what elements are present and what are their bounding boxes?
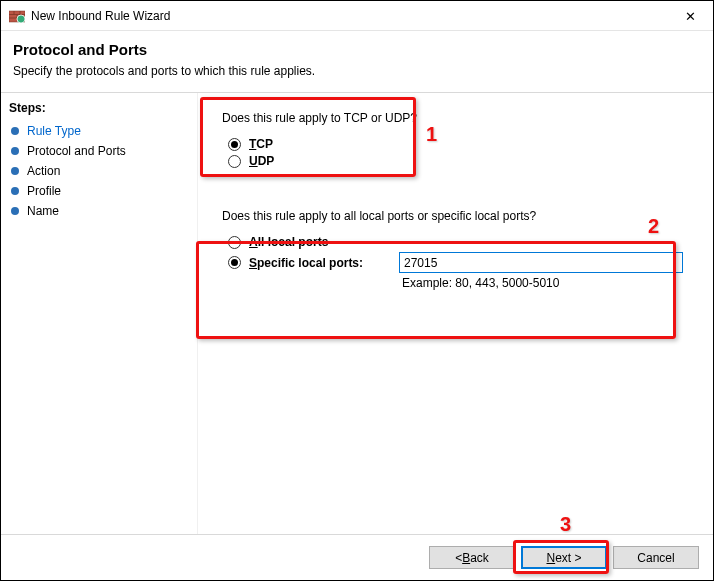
radio-label-tcp: TCP	[249, 137, 273, 151]
step-action[interactable]: Action	[9, 161, 189, 181]
step-label: Rule Type	[27, 124, 81, 138]
back-button[interactable]: < Back	[429, 546, 515, 569]
radio-label-all-ports: All local ports	[249, 235, 328, 249]
question-ports: Does this rule apply to all local ports …	[222, 209, 689, 223]
wizard-content: Does this rule apply to TCP or UDP? TCP …	[198, 93, 713, 534]
step-label: Protocol and Ports	[27, 144, 126, 158]
next-button[interactable]: Next >	[521, 546, 607, 569]
page-subtitle: Specify the protocols and ports to which…	[13, 64, 701, 78]
firewall-icon	[9, 8, 25, 24]
svg-point-6	[17, 15, 25, 23]
radio-tcp[interactable]: TCP	[228, 137, 689, 151]
wizard-window: New Inbound Rule Wizard ✕ Protocol and P…	[0, 0, 714, 581]
radio-icon	[228, 236, 241, 249]
port-example: Example: 80, 443, 5000-5010	[402, 276, 689, 290]
page-title: Protocol and Ports	[13, 41, 701, 58]
bullet-icon	[11, 167, 19, 175]
radio-all-ports[interactable]: All local ports	[228, 235, 689, 249]
radio-icon	[228, 155, 241, 168]
step-rule-type[interactable]: Rule Type	[9, 121, 189, 141]
bullet-icon	[11, 207, 19, 215]
step-label: Action	[27, 164, 60, 178]
wizard-body: Steps: Rule Type Protocol and Ports Acti…	[1, 93, 713, 534]
radio-specific-ports[interactable]	[228, 256, 241, 269]
window-title: New Inbound Rule Wizard	[31, 9, 170, 23]
step-name[interactable]: Name	[9, 201, 189, 221]
question-protocol: Does this rule apply to TCP or UDP?	[222, 111, 689, 125]
close-icon: ✕	[685, 9, 696, 24]
wizard-header: Protocol and Ports Specify the protocols…	[1, 31, 713, 93]
wizard-footer: < Back Next > Cancel 3	[1, 534, 713, 580]
bullet-icon	[11, 187, 19, 195]
step-profile[interactable]: Profile	[9, 181, 189, 201]
cancel-button[interactable]: Cancel	[613, 546, 699, 569]
titlebar: New Inbound Rule Wizard ✕	[1, 1, 713, 31]
radio-udp[interactable]: UDP	[228, 154, 689, 168]
bullet-icon	[11, 127, 19, 135]
radio-label-specific-ports[interactable]: Specific local ports:	[249, 256, 399, 270]
radio-icon	[228, 138, 241, 151]
close-button[interactable]: ✕	[668, 1, 713, 31]
steps-sidebar: Steps: Rule Type Protocol and Ports Acti…	[1, 93, 198, 534]
steps-heading: Steps:	[9, 101, 189, 115]
radio-label-udp: UDP	[249, 154, 274, 168]
port-input[interactable]	[399, 252, 683, 273]
step-label: Profile	[27, 184, 61, 198]
bullet-icon	[11, 147, 19, 155]
radio-specific-ports-row: Specific local ports:	[228, 252, 689, 273]
step-protocol-ports[interactable]: Protocol and Ports	[9, 141, 189, 161]
step-label: Name	[27, 204, 59, 218]
